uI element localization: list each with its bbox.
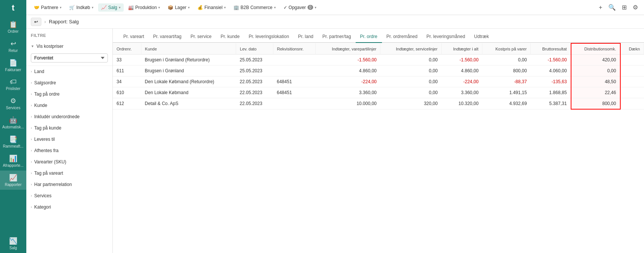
filter-tag-paa-ordre[interactable]: › Tag på ordre	[26, 88, 112, 100]
tab-pr-service[interactable]: Pr. service	[186, 31, 216, 43]
col-header-distributionsomk[interactable]: Distributionsomk.	[571, 43, 620, 55]
settings-button[interactable]: ⚙	[631, 2, 639, 12]
data-table: Ordrenr. Kunde Lev. dato Rekvisitionsnr.…	[113, 43, 644, 110]
col-header-ordrenr[interactable]: Ordrenr.	[113, 43, 141, 55]
cell-ind_ialt: 10.320,00	[441, 98, 482, 110]
tab-pr-partner-tag[interactable]: Pr. partner/tag	[318, 31, 356, 43]
vis-kostpriser-select[interactable]: Forventet Faktisk Ingen	[31, 53, 108, 62]
automatisk-icon: 🤖	[9, 116, 17, 124]
sidebar-item-salg[interactable]: 📉 Salg	[0, 234, 26, 253]
filter-services[interactable]: › Services	[26, 190, 112, 201]
cell-ind_vareparter: 10.000,00	[316, 98, 380, 110]
sidebar-item-afrapporte[interactable]: 📊 Afrapporte...	[0, 151, 26, 171]
filter-inkluder-underordnede[interactable]: › Inkludér underordnede	[26, 111, 112, 122]
cell-kostpris_varer: -88,37	[482, 76, 530, 87]
filter-label: Tag på vareart	[34, 171, 63, 176]
sidebar-item-label: Fakturaer	[5, 68, 21, 72]
col-header-ind-servicelinjer[interactable]: Indtægter, servicelinjer	[380, 43, 441, 55]
filter-tag-paa-kunde[interactable]: › Tag på kunde	[26, 122, 112, 134]
tab-pr-ordremaanad[interactable]: Pr. ordremåned	[382, 31, 422, 43]
chevron-icon: ›	[31, 171, 32, 175]
chevron-icon: ›	[31, 149, 32, 152]
cell-kostpris_varer: 800,00	[482, 66, 530, 76]
filter-land[interactable]: › Land	[26, 66, 112, 77]
data-table-scroll[interactable]: Ordrenr. Kunde Lev. dato Rekvisitionsnr.…	[113, 43, 644, 253]
filter-leveres-til[interactable]: › Leveres til	[26, 134, 112, 145]
vis-kostpriser-row[interactable]: ▼ Vis kostpriser	[26, 41, 112, 52]
table-row[interactable]: 612Detail & Co. ApS22.05.202310.000,0032…	[113, 98, 644, 110]
tab-udtræk[interactable]: Udtræk	[470, 31, 493, 43]
sidebar-item-retur[interactable]: ↩ Retur	[0, 37, 26, 56]
cell-distributionsomk: 420,00	[571, 55, 620, 66]
tab-pr-leveringslokation[interactable]: Pr. leveringslokation	[244, 31, 293, 43]
filter-tag-paa-vareart[interactable]: › Tag på vareart	[26, 168, 112, 179]
cell-ordrenr: 611	[113, 66, 141, 76]
breadcrumb: ↩ › Rapport: Salg	[26, 15, 644, 29]
cell-ind_vareparter: -224,00	[316, 76, 380, 87]
grid-button[interactable]: ⊞	[620, 2, 628, 12]
sidebar-item-fakturaer[interactable]: 📄 Fakturaer	[0, 56, 26, 75]
back-button[interactable]: ↩	[31, 18, 41, 26]
tab-pr-land[interactable]: Pr. land	[294, 31, 318, 43]
cell-lev_dato: 22.05.2023	[236, 76, 273, 87]
tab-pr-vareart[interactable]: Pr. vareart	[119, 31, 148, 43]
sidebar-item-label: Automatisk...	[2, 125, 24, 129]
filter-salgsordre[interactable]: › Salgsordre	[26, 77, 112, 88]
col-header-ind-ialt[interactable]: Indtægter i alt	[441, 43, 482, 55]
sidebar-item-automatisk[interactable]: 🤖 Automatisk...	[0, 113, 26, 132]
tab-pr-leveringsmaanad[interactable]: Pr. leveringsmåned	[422, 31, 470, 43]
cell-kunde: Brugsen i Grønland	[141, 66, 236, 76]
cell-kunde: Brugsen i Grønland (Returordre)	[141, 55, 236, 66]
sidebar-item-prislister[interactable]: 🏷 Prislister	[0, 75, 26, 94]
col-header-kunde[interactable]: Kunde	[141, 43, 236, 55]
nav-produktion[interactable]: 🏭 Produktion ▾	[125, 3, 163, 12]
sidebar-item-services[interactable]: ⚙ Services	[0, 94, 26, 113]
col-header-lev-dato[interactable]: Lev. dato	[236, 43, 273, 55]
tab-pr-vareart-tag[interactable]: Pr. vareart/tag	[148, 31, 186, 43]
cell-lev_dato: 25.05.2023	[236, 66, 273, 76]
partnere-icon: 🤝	[34, 5, 39, 10]
table-row[interactable]: 33Brugsen i Grønland (Returordre)25.05.2…	[113, 55, 644, 66]
nav-partnere[interactable]: 🤝 Partnere ▾	[31, 3, 65, 12]
nav-salg[interactable]: 📈 Salg ▾	[98, 3, 124, 12]
nav-b2b[interactable]: 🏢 B2B Commerce ▾	[230, 3, 279, 12]
cell-kunde: Den Lokale Købmand	[141, 87, 236, 98]
tab-pr-ordre[interactable]: Pr. ordre	[356, 31, 382, 43]
sidebar-item-label: Afrapporte...	[3, 163, 23, 168]
nav-lager[interactable]: 📦 Lager ▾	[165, 3, 193, 12]
sidebar-item-rapporter[interactable]: 📈 Rapporter	[0, 171, 26, 190]
col-header-ind-vareparter[interactable]: Indtægter, varepartilinjer	[316, 43, 380, 55]
nav-finansiel[interactable]: 💰 Finansiel ▾	[194, 3, 229, 12]
table-row[interactable]: 610Den Lokale Købmand22.05.20236484513.3…	[113, 87, 644, 98]
chevron-down-icon: ▾	[119, 6, 121, 9]
filter-kunde[interactable]: › Kunde	[26, 100, 112, 111]
sidebar-item-rammeaft[interactable]: 📑 Rammeaft...	[0, 132, 26, 151]
app-logo[interactable]: t	[12, 3, 14, 13]
nav-opgaver[interactable]: ✓ Opgaver 0 ▾	[280, 3, 320, 12]
sidebar-item-ordrer[interactable]: 📋 Ordrer	[0, 17, 26, 37]
table-row[interactable]: 34Den Lokale Købmand (Returordre)22.05.2…	[113, 76, 644, 87]
table-row[interactable]: 611Brugsen i Grønland25.05.20234.860,000…	[113, 66, 644, 76]
col-header-daekn[interactable]: Dækn	[620, 43, 644, 55]
produktion-icon: 🏭	[128, 5, 134, 10]
chevron-icon: ›	[31, 70, 32, 73]
chevron-icon: ›	[31, 160, 32, 164]
cell-lev_dato: 22.05.2023	[236, 87, 273, 98]
cell-bruttoresultat: 1.868,85	[530, 87, 571, 98]
col-header-rekvisitionsnr[interactable]: Rekvisitionsnr.	[273, 43, 315, 55]
col-header-kostpris-varer[interactable]: Kostpris på varer	[482, 43, 530, 55]
search-button[interactable]: 🔍	[607, 2, 617, 12]
col-header-bruttoresultat[interactable]: Bruttoresultat	[530, 43, 571, 55]
chevron-icon: ›	[31, 194, 32, 198]
nav-indkob[interactable]: 🛒 Indkøb ▾	[66, 3, 97, 12]
add-button[interactable]: +	[597, 3, 604, 12]
filter-har-partnerrelation[interactable]: › Har partnerrelation	[26, 179, 112, 190]
tab-pr-kunde[interactable]: Pr. kunde	[216, 31, 244, 43]
filter-kategori[interactable]: › Kategori	[26, 201, 112, 213]
content-area: Filtre ▼ Vis kostpriser Forventet Faktis…	[26, 29, 644, 253]
cell-distributionsomk: 22,46	[571, 87, 620, 98]
vis-kostpriser-select-wrapper: Forventet Faktisk Ingen	[26, 52, 112, 66]
filter-varearter-sku[interactable]: › Varearter (SKU)	[26, 156, 112, 168]
filter-afhentes-fra[interactable]: › Afhentes fra	[26, 145, 112, 156]
filter-label: Leveres til	[34, 137, 55, 142]
